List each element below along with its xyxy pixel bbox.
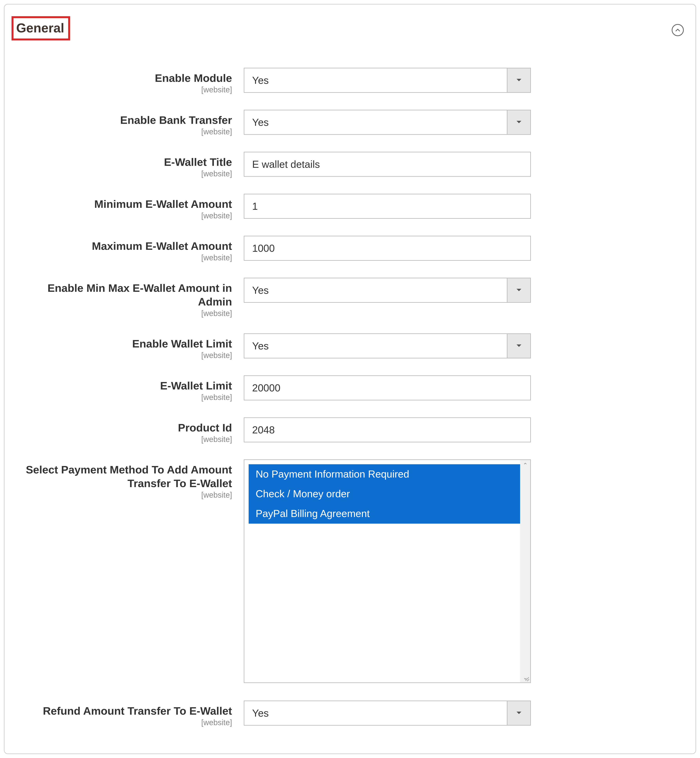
scope-label: [website]	[12, 491, 232, 499]
scroll-up-icon[interactable]: ⌃	[520, 460, 530, 470]
select-value: Yes	[244, 284, 507, 296]
label-col: Refund Amount Transfer To E-Wallet [webs…	[12, 700, 244, 727]
label-col: Enable Wallet Limit [website]	[12, 333, 244, 360]
chevron-down-icon	[507, 68, 530, 92]
field-label: Product Id	[178, 422, 232, 434]
label-col: Enable Bank Transfer [website]	[12, 110, 244, 136]
scrollbar[interactable]: ⌃ ⌄	[520, 460, 530, 682]
scope-label: [website]	[12, 85, 232, 94]
multiselect-options: No Payment Information Required Check / …	[244, 460, 530, 528]
section-title: General	[11, 16, 70, 41]
scope-label: [website]	[12, 393, 232, 402]
select-value: Yes	[244, 340, 507, 352]
scope-label: [website]	[12, 253, 232, 262]
field-label: Maximum E-Wallet Amount	[92, 240, 232, 252]
chevron-down-icon	[507, 278, 530, 302]
select-value: Yes	[244, 74, 507, 86]
row-ewallet-title: E-Wallet Title [website]	[12, 152, 688, 178]
field-label: Select Payment Method To Add Amount Tran…	[26, 463, 232, 489]
select-value: Yes	[244, 707, 507, 719]
label-col: E-Wallet Title [website]	[12, 152, 244, 178]
enable-bank-transfer-select[interactable]: Yes	[244, 110, 531, 135]
label-col: Maximum E-Wallet Amount [website]	[12, 236, 244, 262]
ewallet-title-input[interactable]	[244, 152, 531, 177]
scope-label: [website]	[12, 309, 232, 318]
scope-label: [website]	[12, 435, 232, 444]
chevron-down-icon	[507, 110, 530, 134]
scope-label: [website]	[12, 718, 232, 727]
label-col: Minimum E-Wallet Amount [website]	[12, 194, 244, 220]
min-amount-input[interactable]	[244, 194, 531, 219]
multiselect-option[interactable]: Check / Money order	[248, 484, 526, 504]
row-min-amount: Minimum E-Wallet Amount [website]	[12, 194, 688, 220]
field-label: Refund Amount Transfer To E-Wallet	[43, 705, 232, 717]
row-payment-methods: Select Payment Method To Add Amount Tran…	[12, 459, 688, 683]
max-amount-input[interactable]	[244, 236, 531, 261]
chevron-down-icon	[507, 701, 530, 725]
field-label: Enable Module	[155, 72, 232, 84]
enable-minmax-admin-select[interactable]: Yes	[244, 278, 531, 303]
label-col: Enable Min Max E-Wallet Amount in Admin …	[12, 278, 244, 318]
multiselect-option[interactable]: PayPal Billing Agreement	[248, 504, 526, 524]
payment-methods-multiselect[interactable]: No Payment Information Required Check / …	[244, 459, 531, 683]
row-enable-minmax-admin: Enable Min Max E-Wallet Amount in Admin …	[12, 278, 688, 318]
scope-label: [website]	[12, 351, 232, 360]
enable-module-select[interactable]: Yes	[244, 68, 531, 93]
select-value: Yes	[244, 116, 507, 128]
product-id-input[interactable]	[244, 417, 531, 442]
row-enable-module: Enable Module [website] Yes	[12, 68, 688, 94]
row-refund-transfer: Refund Amount Transfer To E-Wallet [webs…	[12, 700, 688, 727]
label-col: Enable Module [website]	[12, 68, 244, 94]
label-col: E-Wallet Limit [website]	[12, 375, 244, 402]
row-ewallet-limit: E-Wallet Limit [website]	[12, 375, 688, 402]
resize-grip-icon[interactable]	[523, 675, 529, 681]
enable-wallet-limit-select[interactable]: Yes	[244, 333, 531, 358]
row-max-amount: Maximum E-Wallet Amount [website]	[12, 236, 688, 262]
field-label: E-Wallet Title	[164, 156, 232, 168]
scope-label: [website]	[12, 127, 232, 136]
section-header: General	[12, 16, 688, 41]
field-label: Minimum E-Wallet Amount	[94, 198, 232, 210]
scope-label: [website]	[12, 169, 232, 178]
chevron-down-icon	[507, 334, 530, 358]
label-col: Product Id [website]	[12, 417, 244, 444]
field-label: Enable Wallet Limit	[132, 338, 232, 350]
field-label: E-Wallet Limit	[160, 380, 232, 392]
multiselect-option[interactable]: No Payment Information Required	[248, 464, 526, 484]
label-col: Select Payment Method To Add Amount Tran…	[12, 459, 244, 499]
refund-transfer-select[interactable]: Yes	[244, 700, 531, 725]
row-enable-wallet-limit: Enable Wallet Limit [website] Yes	[12, 333, 688, 360]
row-enable-bank-transfer: Enable Bank Transfer [website] Yes	[12, 110, 688, 136]
collapse-section-icon[interactable]	[672, 24, 684, 36]
ewallet-limit-input[interactable]	[244, 375, 531, 400]
general-settings-panel: General Enable Module [website] Yes Enab…	[4, 4, 696, 754]
scope-label: [website]	[12, 211, 232, 220]
row-product-id: Product Id [website]	[12, 417, 688, 444]
field-label: Enable Bank Transfer	[120, 114, 232, 126]
field-label: Enable Min Max E-Wallet Amount in Admin	[47, 282, 232, 308]
